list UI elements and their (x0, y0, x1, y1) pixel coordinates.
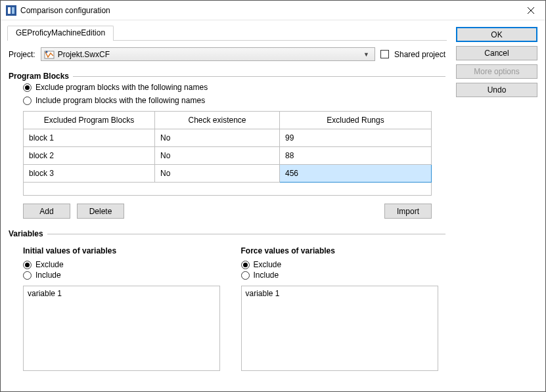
cell-rungs[interactable]: 99 (280, 129, 432, 147)
include-blocks-label: Include program blocks with the followin… (35, 96, 205, 105)
svg-rect-0 (6, 5, 16, 16)
initial-include-radio[interactable]: Include (23, 270, 228, 280)
initial-values-title: Initial values of variables (23, 246, 228, 255)
program-blocks-legend: Program Blocks (9, 72, 73, 81)
table-row[interactable]: block 3 No 456 (24, 165, 432, 183)
col-excluded-blocks: Excluded Program Blocks (24, 112, 155, 129)
radio-dot-icon (23, 97, 32, 105)
window-title: Comparison configuration (20, 6, 516, 15)
exclude-blocks-label: Exclude program blocks with the followin… (35, 83, 208, 92)
table-row[interactable]: block 2 No 88 (24, 147, 432, 165)
project-value: Projekt.SwxCF (58, 50, 357, 59)
force-include-radio[interactable]: Include (241, 270, 446, 280)
close-icon (528, 7, 534, 14)
table-row[interactable]: block 1 No 99 (24, 129, 432, 147)
force-variables-box[interactable]: variable 1 (241, 286, 438, 371)
variables-legend: Variables (9, 229, 47, 238)
initial-variables-box[interactable]: variable 1 (23, 286, 220, 371)
initial-include-label: Include (35, 271, 61, 280)
blocks-table[interactable]: Excluded Program Blocks Check existence … (23, 111, 432, 196)
cell-rungs[interactable]: 88 (280, 147, 432, 165)
ok-button[interactable]: OK (456, 27, 537, 42)
import-button[interactable]: Import (384, 204, 432, 219)
col-check-existence: Check existence (155, 112, 280, 129)
project-icon (44, 49, 55, 60)
col-excluded-rungs: Excluded Rungs (280, 112, 432, 129)
project-select[interactable]: Projekt.SwxCF ▼ (41, 47, 375, 61)
cancel-button[interactable]: Cancel (456, 46, 537, 60)
cell-rungs-selected[interactable]: 456 (280, 165, 432, 183)
radio-dot-icon (23, 271, 32, 280)
initial-exclude-radio[interactable]: Exclude (23, 259, 228, 270)
radio-dot-icon (23, 261, 32, 269)
delete-button[interactable]: Delete (77, 204, 124, 219)
svg-rect-2 (12, 7, 14, 14)
app-icon (6, 5, 16, 16)
close-button[interactable] (516, 1, 545, 20)
cell-block-name[interactable]: block 1 (24, 129, 155, 147)
radio-dot-icon (241, 261, 250, 269)
radio-dot-icon (241, 271, 250, 280)
force-exclude-radio[interactable]: Exclude (241, 259, 446, 270)
svg-point-6 (45, 51, 47, 53)
list-item[interactable]: variable 1 (246, 289, 434, 298)
add-button[interactable]: Add (23, 204, 70, 219)
radio-dot-icon (23, 83, 32, 92)
tab-ge-proficy[interactable]: GEProficyMachineEdition (7, 26, 114, 41)
cell-block-name[interactable]: block 2 (24, 147, 155, 165)
undo-button[interactable]: Undo (456, 83, 537, 97)
shared-project-checkbox[interactable] (380, 50, 389, 58)
chevron-down-icon: ▼ (361, 51, 372, 58)
more-options-button[interactable]: More options (456, 64, 537, 79)
force-exclude-label: Exclude (254, 260, 282, 269)
force-include-label: Include (254, 271, 279, 280)
cell-check[interactable]: No (155, 147, 280, 165)
table-row-empty[interactable] (24, 183, 432, 196)
cell-block-name[interactable]: block 3 (24, 165, 155, 183)
svg-rect-1 (8, 7, 11, 14)
project-label: Project: (9, 50, 35, 59)
exclude-blocks-radio[interactable]: Exclude program blocks with the followin… (9, 81, 445, 94)
cell-check[interactable]: No (155, 129, 280, 147)
list-item[interactable]: variable 1 (28, 289, 216, 298)
force-values-title: Force values of variables (241, 246, 446, 255)
initial-exclude-label: Exclude (35, 260, 64, 269)
shared-project-label: Shared project (394, 50, 445, 59)
include-blocks-radio[interactable]: Include program blocks with the followin… (9, 94, 445, 107)
cell-check[interactable]: No (155, 165, 280, 183)
